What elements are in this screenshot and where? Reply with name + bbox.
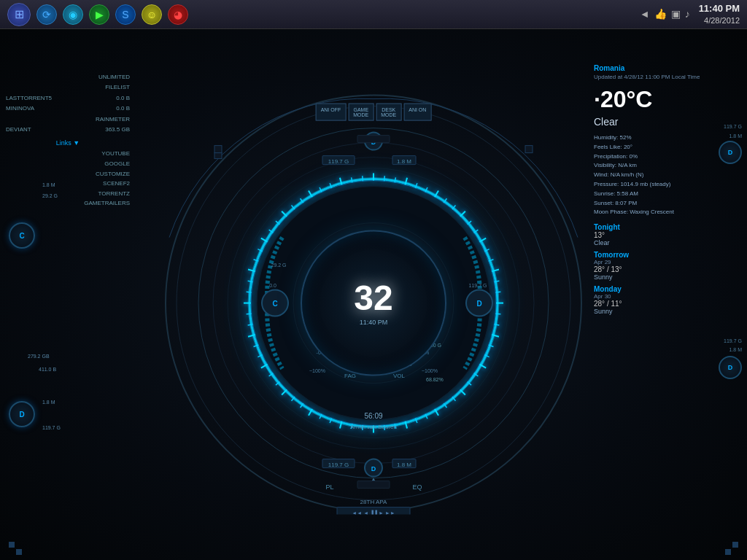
hud-container: 11:40 PM 119.7 G 1.8 M D D 119.7 G 1.8 M…: [0, 29, 747, 560]
taskbar-icons: ⟳ ◉ ▶ S ☺ ◕: [36, 4, 188, 25]
stat-rainmeter: RAINMETER: [6, 114, 130, 125]
tonight-temp: 13°: [594, 231, 736, 239]
center-time: 11:40 PM: [360, 319, 388, 326]
stat-deviant: DEVIANT363.5 GB: [6, 125, 130, 135]
taskbar-icon-3[interactable]: ▶: [89, 4, 109, 25]
taskbar-icon-emoji[interactable]: ☺: [142, 4, 162, 25]
left-29g: 29.2 G: [42, 193, 58, 198]
monday-section: Monday Apr 30 28° / 11° Sunny: [594, 285, 736, 315]
svg-text:1.8 M: 1.8 M: [397, 462, 411, 468]
link-torrentz[interactable]: TORRENTZ: [6, 189, 130, 199]
left-size-label: 119.7 G: [42, 425, 61, 430]
speaker-icon[interactable]: ♪: [685, 8, 690, 20]
taskbar-right: ◄ 👍 ▣ ♪ 11:40 PM 4/28/2012: [640, 2, 740, 27]
right-119-top: 119.7 G: [724, 124, 742, 129]
stat-filelist: FILELIST: [6, 82, 130, 93]
desk-mode-button[interactable]: DESKMODE: [376, 104, 401, 121]
back-icon[interactable]: ◄: [640, 8, 650, 20]
tomorrow-condition: Sunny: [594, 273, 736, 281]
svg-text:119.7 G: 119.7 G: [469, 283, 487, 288]
clock-area: 11:40 PM 4/28/2012: [699, 2, 740, 27]
moon-phase: Moon Phase: Waxing Crescent: [594, 208, 736, 217]
center-display: 32 11:40 PM: [301, 230, 446, 376]
track-number: 32: [354, 281, 392, 316]
left-411b: 411.0 B: [39, 367, 56, 372]
sunset: Sunset: 8:07 PM: [594, 199, 736, 209]
left-size-bottom: 1.8 M: [42, 400, 55, 405]
svg-text:PL: PL: [325, 483, 333, 491]
weather-panel: Romania Updated at 4/28/12 11:00 PM Loca…: [594, 64, 736, 315]
links-list: YOUTUBE GOOGLE CUSTOMIZE SCENEF2 TORRENT…: [6, 149, 130, 209]
taskbar: ⊞ ⟳ ◉ ▶ S ☺ ◕ ◄ 👍 ▣ ♪ 11:40 PM 4/28/2012: [0, 0, 747, 29]
svg-text:D: D: [371, 465, 376, 472]
weather-condition-main: Clear: [594, 116, 736, 128]
link-scenef2[interactable]: SCENEF2: [6, 179, 130, 189]
main-hud-circle: 11:40 PM 119.7 G 1.8 M D D 119.7 G 1.8 M…: [162, 92, 585, 515]
svg-rect-147: [16, 549, 22, 555]
start-button[interactable]: ⊞: [7, 3, 31, 26]
monitor-icon: ▣: [671, 8, 681, 20]
svg-text:56:09: 56:09: [364, 412, 382, 420]
weather-updated: Updated at 4/28/12 11:00 PM Local Time: [594, 74, 736, 80]
d-indicator-right-top: D: [719, 141, 742, 164]
weather-temperature: ·20°C: [594, 86, 736, 113]
c-indicator: C: [9, 222, 35, 249]
game-mode-button[interactable]: GAMEMODE: [348, 104, 374, 121]
stat-unlimited: UNLIMITED: [6, 72, 130, 82]
clock-time: 11:40 PM: [699, 2, 740, 15]
svg-rect-145: [725, 549, 731, 555]
taskbar-icon-2[interactable]: ◉: [63, 4, 83, 25]
tomorrow-date: Apr 29: [594, 259, 736, 265]
svg-rect-141: [357, 481, 390, 489]
link-customize[interactable]: CUSTOMIZE: [6, 169, 130, 179]
svg-text:VOL: VOL: [393, 373, 406, 379]
mode-buttons: ANI OFF GAMEMODE DESKMODE ANI ON: [316, 104, 432, 121]
svg-text:0.0: 0.0: [269, 283, 276, 288]
left-size-top: 1.8 M: [42, 182, 55, 187]
svg-text:◄◄  ◄  ▐▐  ►  ►►: ◄◄ ◄ ▐▐ ► ►►: [352, 510, 395, 515]
weather-location: Romania: [594, 64, 736, 72]
svg-text:D: D: [476, 300, 481, 308]
weather-details: Humidity: 52% Feels Like: 20° Precipitat…: [594, 133, 736, 217]
ani-on-button[interactable]: ANI ON: [403, 104, 431, 121]
link-youtube[interactable]: YOUTUBE: [6, 149, 130, 159]
svg-rect-146: [732, 542, 738, 548]
svg-rect-144: [525, 146, 533, 153]
feels-like: Feels Like: 20°: [594, 143, 736, 152]
right-119-bottom: 119.7 G: [724, 338, 742, 343]
svg-line-31: [495, 314, 500, 314]
svg-text:28TH APA: 28TH APA: [360, 499, 387, 505]
svg-text:~100%: ~100%: [309, 368, 325, 373]
corner-deco-br: [725, 542, 740, 556]
svg-line-65: [247, 314, 252, 314]
monday-label: Monday: [594, 285, 736, 293]
tonight-label: Tonight: [594, 223, 736, 231]
monday-date: Apr 30: [594, 293, 736, 300]
link-google[interactable]: GOOGLE: [6, 159, 130, 169]
sunrise: Sunrise: 5:58 AM: [594, 190, 736, 199]
svg-text:1.8 M: 1.8 M: [397, 158, 411, 165]
taskbar-icon-1[interactable]: ⟳: [36, 4, 57, 25]
wind: Wind: N/A km/h (N): [594, 171, 736, 180]
thumb-icon: 👍: [654, 8, 667, 20]
links-section: Links ▼ YOUTUBE GOOGLE CUSTOMIZE SCENEF2…: [6, 139, 133, 209]
stats-list: UNLIMITED FILELIST LASTTORRENT50.0 B MIN…: [6, 72, 133, 135]
links-header: Links ▼: [6, 139, 130, 147]
link-gametrailers[interactable]: GAMETRAILERS: [6, 198, 130, 209]
svg-text:119.7 G: 119.7 G: [328, 462, 349, 468]
stat-mininova: MININOVA0.0 B: [6, 104, 130, 114]
svg-rect-140: [357, 136, 390, 143]
svg-rect-148: [9, 542, 15, 548]
tomorrow-label: Tomorrow: [594, 251, 736, 259]
left-panel: C D UNLIMITED FILELIST LASTTORRENT50.0 B…: [6, 69, 133, 209]
precipitation: Precipitation: 0%: [594, 152, 736, 162]
svg-line-29: [495, 292, 500, 292]
ani-off-button[interactable]: ANI OFF: [316, 104, 347, 121]
svg-line-13: [384, 176, 385, 181]
svg-text:68.82%: 68.82%: [426, 377, 444, 382]
monday-temp: 28° / 11°: [594, 300, 736, 308]
taskbar-icon-red[interactable]: ◕: [168, 4, 188, 25]
taskbar-icon-skype[interactable]: S: [115, 4, 136, 25]
visibility: Visibility: N/A km: [594, 161, 736, 171]
stat-lasttorrent: LASTTORRENT50.0 B: [6, 93, 130, 104]
